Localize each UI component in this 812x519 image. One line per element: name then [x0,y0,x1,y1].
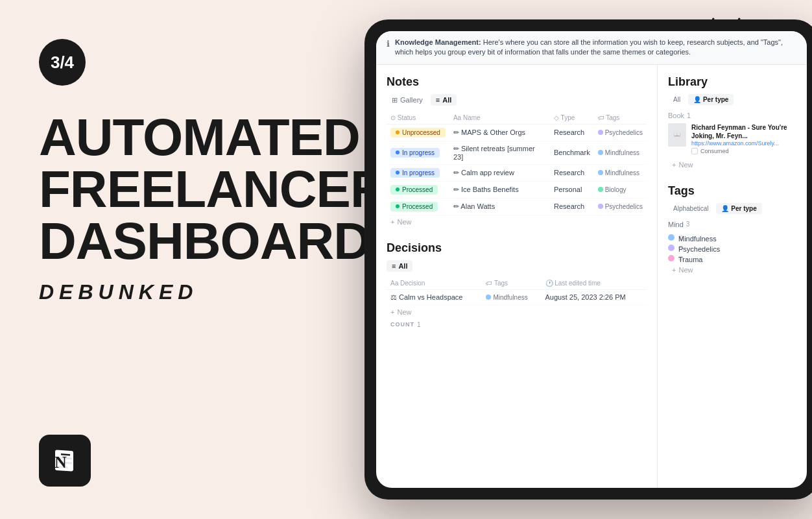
library-tab-bar: All 👤 Per type [668,94,796,105]
pencil-icon: ✏ [453,169,459,176]
status-cell: Processed [387,198,449,215]
pencil-icon: ✏ [453,128,459,136]
tag-cell: Mindfulness [594,141,647,164]
tag-cell: Mindfulness [594,164,647,181]
col-type: ◇ Type [550,112,594,125]
decision-tag-cell: Mindfulness [482,289,541,305]
gallery-icon: ⊞ [392,96,398,104]
status-badge: In progress [390,168,440,178]
table-row[interactable]: Processed ✏ Ice Baths Benefits Personal … [387,181,647,198]
list-icon-2: ≡ [392,262,396,270]
status-dot [396,187,400,191]
name-cell: ✏ Silent retreats [summer 23] [449,141,550,164]
type-cell: Personal [550,181,594,198]
decision-icon: ⚖ [390,293,397,301]
notes-add-new[interactable]: + New [387,215,647,228]
decisions-add-new[interactable]: + New [387,306,647,319]
tag-entry[interactable]: Psychedelics [668,243,796,253]
status-cell: Unprocessed [387,124,449,141]
type-cell: Research [550,198,594,215]
table-row[interactable]: In progress ✏ Silent retreats [summer 23… [387,141,647,164]
notes-title: Notes [387,75,647,89]
decision-edited-cell: August 25, 2023 2:26 PM [542,289,647,305]
library-tab-all[interactable]: All [668,94,686,105]
tag-item: Biology [598,186,627,193]
decisions-table: Aa Decision 🏷 Tags 🕐 Last edited time ⚖ … [387,277,647,306]
pencil-icon: ✏ [453,186,459,193]
pencil-icon: ✏ [453,202,459,210]
info-text: Knowledge Management: Here's where you c… [395,38,796,58]
notes-section: Notes ⊞ Gallery ≡ All [387,75,647,228]
tag-cell: Psychedelics [594,124,647,141]
tags-pertype-icon: 👤 [721,205,729,212]
tag-entry[interactable]: Trauma [668,253,796,263]
status-dot [396,151,400,154]
col-last-edited: 🕐 Last edited time [542,277,647,290]
tag-item: Mindfulness [598,169,639,176]
info-banner: ℹ Knowledge Management: Here's where you… [376,31,807,65]
notes-tab-all[interactable]: ≡ All [431,94,457,106]
plus-icon-4: + [672,266,676,274]
tag-cell: Psychedelics [594,198,647,215]
info-icon: ℹ [387,38,390,58]
notes-tab-gallery[interactable]: ⊞ Gallery [387,94,428,106]
table-row[interactable]: Unprocessed ✏ MAPS & Other Orgs Research… [387,124,647,141]
notes-tab-bar: ⊞ Gallery ≡ All [387,94,647,106]
library-add-new[interactable]: + New [668,158,796,171]
status-badge: In progress [390,148,440,158]
decisions-title: Decisions [387,241,647,255]
badge-text: 3/4 [51,53,74,73]
tag-color-dot [668,234,675,241]
title-line1: AUTOMATED [39,112,387,163]
book-url[interactable]: https://www.amazon.com/Surely... [691,140,796,147]
pencil-icon: ✏ [453,145,459,152]
tags-tab-bar: Alphabetical 👤 Per type [668,203,796,214]
tags-add-new[interactable]: + New [668,263,796,276]
tag-cell: Biology [594,181,647,198]
name-cell: ✏ Alan Watts [449,198,550,215]
title-line3: DASHBOARD [39,215,387,267]
table-row[interactable]: Processed ✏ Alan Watts Research Psychede… [387,198,647,215]
pertype-icon: 👤 [693,96,701,103]
library-tab-pertype[interactable]: 👤 Per type [688,94,734,105]
tags-section: Tags Alphabetical 👤 Per type Mind [668,184,796,276]
name-cell: ✏ MAPS & Other Orgs [449,124,550,141]
decision-name-cell: ⚖ Calm vs Headspace [387,289,482,305]
book-title: Richard Feynman - Sure You're Joking, Mr… [691,123,796,140]
status-cell: Processed [387,181,449,198]
left-panel: 3/4 AUTOMATED FREELANCER DASHBOARD DEBUN… [0,0,376,519]
status-badge: Processed [390,185,438,195]
main-title: AUTOMATED FREELANCER DASHBOARD [39,112,387,267]
decisions-tab-all[interactable]: ≡ All [387,260,412,272]
status-col-icon: ⊙ [390,114,396,121]
tag-entry[interactable]: Mindfulness [668,232,796,243]
plus-icon-2: + [390,308,394,316]
tags-title: Tags [668,184,796,198]
notion-logo: N [39,435,91,487]
name-cell: ✏ Ice Baths Benefits [449,181,550,198]
type-cell: Benchmark [550,141,594,164]
status-cell: In progress [387,141,449,164]
book-category: Book 1 [668,112,796,119]
tag-category: Mind 3 [668,221,796,228]
table-row[interactable]: In progress ✏ Calm app review Research M… [387,164,647,181]
screen-right: Library All 👤 Per type Book [658,65,807,488]
tags-tab-alpha[interactable]: Alphabetical [668,203,713,214]
tag-color-dot [486,295,491,300]
tag-label: Psychedelics [678,245,684,250]
book-entry: 📖 Richard Feynman - Sure You're Joking, … [668,123,796,154]
tags-tab-pertype[interactable]: 👤 Per type [716,203,761,214]
book-icon: 📖 [668,123,686,147]
consumed-checkbox[interactable] [691,148,698,154]
status-dot [396,204,400,208]
tablet-screen: ℹ Knowledge Management: Here's where you… [376,31,807,488]
library-title: Library [668,75,796,89]
table-row[interactable]: ⚖ Calm vs Headspace Mindfulness August 2… [387,289,647,305]
list-icon: ≡ [436,96,440,104]
screen-content: Notes ⊞ Gallery ≡ All [376,65,807,488]
tag-color-dot [668,255,675,261]
screen-left: Notes ⊞ Gallery ≡ All [376,65,658,488]
status-dot [396,171,400,175]
tag-color-dot [598,150,603,155]
status-cell: In progress [387,164,449,181]
